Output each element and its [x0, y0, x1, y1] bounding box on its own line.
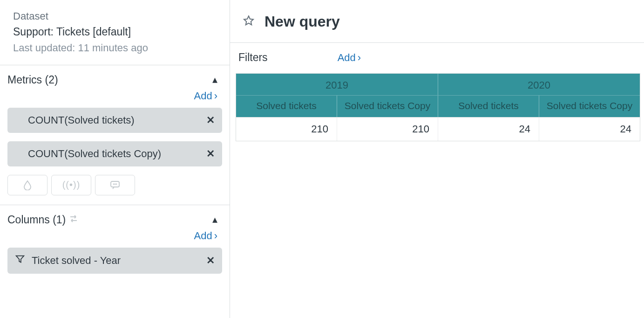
metrics-header: Metrics (2) ▴	[7, 74, 222, 86]
year-header: 2019	[236, 74, 438, 95]
table-row: 210 210 24 24	[236, 117, 640, 141]
metric-header: Solved tickets Copy	[337, 96, 438, 117]
columns-header: Columns (1) ▴	[7, 214, 222, 226]
metric-pill-label: COUNT(Solved tickets Copy)	[28, 148, 161, 160]
filters-row: Filters Add ›	[230, 43, 644, 73]
main: New query Filters Add › 2019 2020 Solved…	[230, 0, 644, 318]
metric-header: Solved tickets	[438, 96, 539, 117]
star-icon[interactable]	[242, 14, 255, 29]
live-icon-button[interactable]: ((•))	[51, 175, 91, 195]
svg-point-3	[116, 184, 117, 184]
remove-metric-button[interactable]: ✕	[206, 114, 215, 126]
chevron-up-icon[interactable]: ▴	[212, 74, 222, 86]
add-filter-button[interactable]: Add ›	[338, 52, 361, 64]
metric-pill-label: COUNT(Solved tickets)	[28, 114, 135, 126]
swap-icon[interactable]	[68, 214, 79, 225]
add-metric-label: Add	[194, 90, 212, 102]
results-table: 2019 2020 Solved tickets Solved tickets …	[236, 73, 640, 141]
metrics-title: Metrics (2)	[7, 74, 58, 86]
data-cell: 210	[236, 118, 337, 141]
add-metric-button[interactable]: Add ›	[194, 90, 217, 102]
message-icon	[110, 180, 120, 190]
page-title[interactable]: New query	[264, 13, 340, 30]
metric-pill[interactable]: COUNT(Solved tickets) ✕	[7, 108, 222, 133]
chevron-right-icon: ›	[358, 52, 361, 64]
metric-type-row: ((•))	[7, 175, 222, 195]
main-header: New query	[230, 0, 644, 43]
columns-title: Columns (1)	[7, 214, 66, 226]
columns-panel: Columns (1) ▴ Add › Ticket solved - Year…	[0, 205, 230, 291]
drop-icon	[23, 180, 32, 190]
data-cell: 210	[337, 118, 438, 141]
metric-header: Solved tickets	[236, 96, 337, 117]
dataset-block: Dataset Support: Tickets [default] Last …	[0, 0, 230, 65]
table-header-years: 2019 2020	[236, 74, 640, 96]
data-cell: 24	[539, 118, 640, 141]
data-cell: 24	[438, 118, 539, 141]
dataset-name[interactable]: Support: Tickets [default]	[13, 24, 217, 40]
table-header-metrics: Solved tickets Solved tickets Copy Solve…	[236, 96, 640, 117]
chevron-up-icon[interactable]: ▴	[212, 214, 222, 226]
svg-point-1	[114, 184, 114, 184]
remove-metric-button[interactable]: ✕	[206, 148, 215, 160]
chevron-right-icon: ›	[214, 90, 217, 102]
column-pill-label: Ticket solved - Year	[32, 255, 121, 267]
drop-icon-button[interactable]	[7, 175, 47, 195]
add-column-label: Add	[194, 230, 212, 242]
metrics-panel: Metrics (2) ▴ Add › COUNT(Solved tickets…	[0, 65, 230, 205]
column-pill[interactable]: Ticket solved - Year ✕	[7, 248, 222, 274]
dataset-label: Dataset	[13, 8, 217, 24]
live-icon: ((•))	[62, 180, 81, 190]
metric-pill[interactable]: COUNT(Solved tickets Copy) ✕	[7, 141, 222, 166]
filter-icon	[15, 254, 25, 267]
chevron-right-icon: ›	[214, 230, 217, 242]
filters-label: Filters	[238, 51, 268, 64]
svg-point-2	[115, 184, 115, 184]
remove-column-button[interactable]: ✕	[206, 255, 215, 267]
sidebar: Dataset Support: Tickets [default] Last …	[0, 0, 230, 318]
message-icon-button[interactable]	[95, 175, 135, 195]
metric-header: Solved tickets Copy	[539, 96, 640, 117]
add-column-button[interactable]: Add ›	[194, 230, 217, 242]
add-filter-label: Add	[338, 52, 356, 64]
dataset-updated: Last updated: 11 minutes ago	[13, 40, 217, 55]
year-header: 2020	[438, 74, 640, 95]
